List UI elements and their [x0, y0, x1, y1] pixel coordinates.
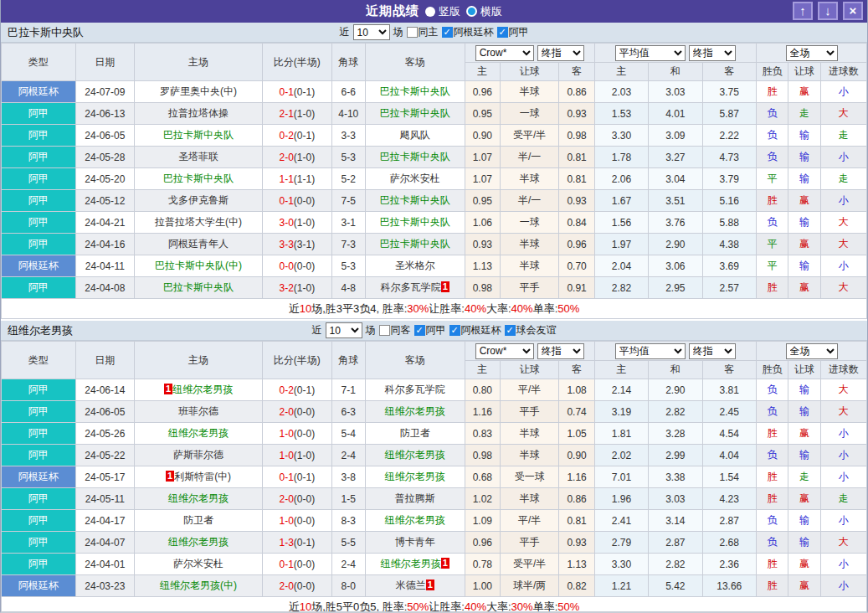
scope-select[interactable]: 全场 — [786, 45, 838, 61]
checkbox-icon: ✓ — [497, 27, 508, 38]
score-cell: 1-3(0-1) — [263, 532, 332, 554]
match-date: 24-06-13 — [75, 103, 134, 125]
summary-segment: 场,胜5平0负5, 胜率: — [311, 600, 407, 613]
summary-segment: 单率: — [533, 301, 558, 317]
handicap-line: 平手 — [500, 401, 558, 423]
handicap-home-odds: 1.07 — [465, 168, 500, 190]
home-team-cell: 拉普拉塔体操 — [135, 103, 263, 125]
vertical-layout-radio[interactable] — [425, 7, 435, 17]
home-team-name: 利斯特雷(中) — [174, 471, 231, 482]
odds-source-header: Crow*终指 — [465, 44, 594, 63]
away-team-name: 米德兰 — [396, 580, 426, 591]
scope-select[interactable]: 全场 — [786, 343, 838, 359]
horizontal-layout-radio[interactable] — [466, 6, 477, 17]
half-time-score: (0-1) — [294, 130, 315, 142]
average-time-select[interactable]: 终指 — [689, 343, 736, 359]
sub-column-header: 胜负 — [757, 361, 788, 379]
league-checkbox[interactable]: ✓阿根廷杯 — [442, 25, 494, 39]
away-team-cell: 米德兰1 — [365, 575, 465, 597]
handicap-line: 一球 — [500, 212, 558, 234]
sub-column-header: 客 — [559, 63, 594, 81]
league-checkbox[interactable]: ✓球会友谊 — [505, 323, 557, 337]
sub-column-header: 和 — [649, 361, 702, 379]
avg-away-odds: 3.81 — [702, 379, 756, 401]
average-time-select[interactable]: 终指 — [689, 45, 736, 61]
result-winloss-value: 负 — [768, 514, 778, 526]
score-cell: 3-2(1-0) — [263, 277, 332, 299]
checkbox-icon: ✓ — [505, 325, 516, 336]
handicap-home-odds: 1.07 — [465, 147, 500, 168]
handicap-away-odds: 1.05 — [559, 423, 594, 445]
column-header: 角球 — [331, 342, 365, 379]
scope-header: 全场 — [757, 342, 867, 361]
result-handicap-value: 赢 — [799, 580, 809, 591]
result-winloss-value: 胜 — [768, 580, 778, 591]
avg-home-odds: 2.03 — [594, 81, 648, 103]
bookmaker-select[interactable]: Crow* — [475, 343, 534, 359]
odds-time-select[interactable]: 终指 — [537, 45, 584, 61]
scope-header: 全场 — [757, 44, 867, 63]
match-filter: 近10场同客✓阿甲✓阿根廷杯✓球会友谊 — [312, 322, 557, 338]
result-goals: 大 — [820, 401, 866, 423]
result-goals-value: 小 — [839, 427, 849, 439]
avg-draw-odds: 4.01 — [649, 103, 702, 125]
final-score: 2-1 — [280, 108, 294, 120]
result-goals-value: 走 — [839, 492, 849, 504]
match-row: 阿根廷杯24-05-171利斯特雷(中)0-1(0-1)3-8纽维尔老男孩0.6… — [2, 466, 867, 488]
league-checkbox[interactable]: ✓阿甲 — [497, 25, 529, 39]
result-goals-value: 大 — [839, 384, 849, 395]
home-team-name: 拉普拉塔大学生(中) — [155, 216, 242, 228]
handicap-home-odds: 0.80 — [465, 379, 500, 401]
match-count-select[interactable]: 10 — [326, 322, 362, 338]
avg-draw-odds: 3.27 — [649, 147, 702, 168]
result-handicap-value: 赢 — [799, 85, 809, 97]
close-button[interactable]: × — [843, 2, 863, 20]
move-up-button[interactable]: ↑ — [793, 2, 813, 20]
horizontal-layout-label[interactable]: 横版 — [480, 4, 502, 19]
handicap-line: 半球 — [500, 234, 558, 255]
result-goals-value: 小 — [839, 194, 849, 206]
handicap-home-odds: 0.93 — [465, 234, 500, 255]
handicap-line: 平/半 — [500, 379, 558, 401]
sub-column-header: 进球数 — [820, 63, 866, 81]
red-card-badge: 1 — [164, 384, 172, 394]
result-handicap: 赢 — [788, 488, 820, 510]
same-venue-checkbox[interactable]: 同主 — [407, 25, 439, 39]
match-count-select[interactable]: 10 — [353, 24, 390, 40]
away-team-cell: 科尔多瓦学院 — [365, 379, 465, 401]
match-row: 阿甲24-05-12戈多伊克鲁斯0-1(0-0)7-5巴拉卡斯中央队0.95半/… — [2, 190, 867, 212]
result-goals-value: 大 — [839, 216, 849, 228]
match-type-badge: 阿甲 — [2, 147, 76, 168]
column-header: 类型 — [2, 342, 76, 379]
result-handicap: 输 — [788, 532, 820, 554]
avg-away-odds: 2.22 — [702, 125, 756, 147]
league-checkbox[interactable]: ✓阿根廷杯 — [449, 323, 501, 337]
result-handicap: 赢 — [788, 575, 820, 597]
league-label: 阿根廷杯 — [461, 323, 501, 337]
home-team-cell: 巴拉卡斯中央队 — [135, 277, 263, 299]
avg-draw-odds: 2.82 — [649, 401, 702, 423]
vertical-layout-label[interactable]: 竖版 — [439, 4, 460, 19]
same-venue-checkbox[interactable]: 同客 — [379, 323, 411, 337]
avg-home-odds: 2.06 — [594, 168, 648, 190]
move-down-button[interactable]: ↓ — [818, 2, 838, 20]
sub-column-header: 和 — [649, 63, 702, 81]
summary-segment: 40% — [465, 302, 486, 315]
match-row: 阿甲24-04-21拉普拉塔大学生(中)3-0(1-0)3-1巴拉卡斯中央队1.… — [2, 212, 867, 234]
average-select[interactable]: 平均值 — [615, 45, 686, 61]
odds-time-select[interactable]: 终指 — [537, 343, 584, 359]
average-select[interactable]: 平均值 — [615, 343, 686, 359]
avg-home-odds: 2.82 — [594, 277, 648, 299]
avg-away-odds: 4.04 — [702, 445, 756, 466]
handicap-line: 受平/半 — [500, 125, 558, 147]
league-checkbox[interactable]: ✓阿甲 — [414, 323, 446, 337]
sub-column-header: 主 — [465, 361, 500, 379]
result-winloss: 胜 — [757, 190, 788, 212]
result-winloss-value: 负 — [768, 449, 778, 461]
final-score: 0-2 — [280, 384, 294, 396]
bookmaker-select[interactable]: Crow* — [475, 45, 534, 61]
result-winloss: 平 — [757, 168, 788, 190]
team-section: 巴拉卡斯中央队近10场同主✓阿根廷杯✓阿甲类型日期主场比分(半场)角球客场Cro… — [1, 23, 867, 319]
half-time-score: (0-0) — [294, 260, 315, 272]
result-goals-value: 大 — [839, 281, 849, 293]
